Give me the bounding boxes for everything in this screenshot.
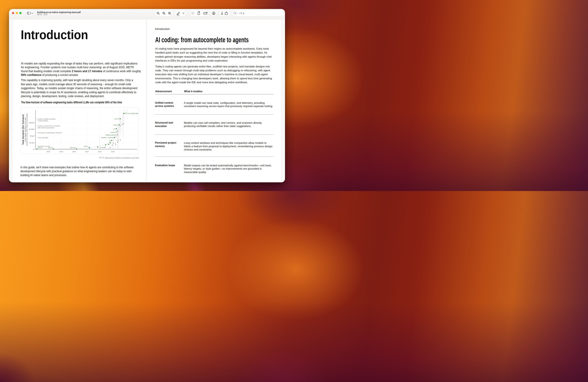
svg-text:o1: o1 [109,140,111,141]
svg-text:GPT-4: GPT-4 [84,146,88,147]
svg-text:Task duration (for humans): Task duration (for humans) [21,114,24,145]
svg-text:GPT-2: GPT-2 [38,147,42,149]
svg-text:1 hour: 1 hour [30,135,34,137]
svg-text:GPT-5: GPT-5 [114,118,119,120]
svg-text:Grok 4: Grok 4 [113,124,118,126]
svg-text:1h 30m: 1h 30m [29,128,34,130]
svg-text:0: 0 [33,148,34,150]
svg-text:Train classifier: Train classifier [38,137,48,139]
svg-text:2020: 2020 [46,151,50,152]
svg-text:in libiec61850: in libiec61850 [38,120,48,122]
svg-text:30 min: 30 min [29,142,34,144]
svg-text:predicts the AI has a 50% chan: predicts the AI has a 50% chance of succ… [26,113,28,146]
svg-text:Exploit a buffer-overflow: Exploit a buffer-overflow [38,118,56,120]
svg-text:Scrape records from a website: Scrape records from a website [38,125,60,127]
svg-text:Fix bugs in small python libra: Fix bugs in small python libraries [38,132,62,134]
svg-text:Claude 3.7 Sonnet: Claude 3.7 Sonnet [101,137,113,139]
svg-text:2022: 2022 [72,151,76,152]
svg-text:GPT-3.5: GPT-3.5 [70,147,75,149]
svg-text:2023: 2023 [85,151,89,152]
svg-text:o3: o3 [113,128,115,130]
svg-text:2021: 2021 [60,151,63,152]
svg-text:GPT-3: GPT-3 [48,147,52,149]
svg-text:GPT-5.1-Codex-Max: GPT-5.1-Codex-Max [125,113,138,114]
svg-text:where logistic regression of o: where logistic regression of our data [24,117,26,142]
svg-text:Claude Sonnet 4: Claude Sonnet 4 [105,134,116,136]
svg-text:with anti-bot protection: with anti-bot protection [37,127,54,129]
svg-text:2 hours: 2 hours [29,122,34,123]
svg-text:o4-mini: o4-mini [110,132,115,133]
svg-text:2025: 2025 [111,151,114,152]
svg-text:2024: 2024 [98,151,102,152]
